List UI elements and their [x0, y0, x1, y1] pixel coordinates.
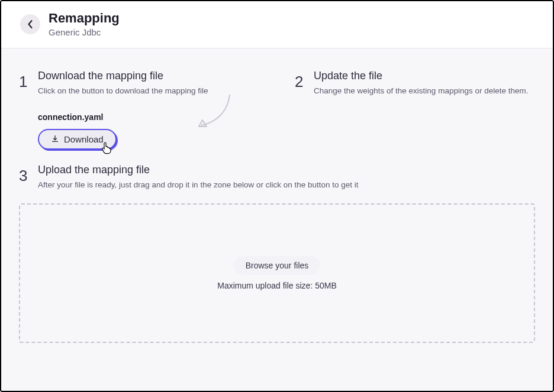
upload-dropzone[interactable]: Browse your files Maximum upload file si…: [19, 203, 535, 343]
step-number: 2: [295, 70, 304, 90]
header-titles: Remapping Generic Jdbc: [49, 11, 120, 37]
step-number: 3: [19, 164, 28, 184]
chevron-left-icon: [28, 20, 33, 28]
filename-label: connection.yaml: [38, 112, 259, 122]
browse-files-label: Browse your files: [246, 261, 309, 270]
step-body: Update the file Change the weights of th…: [314, 70, 535, 97]
steps-row: 1 Download the mapping file Click on the…: [19, 70, 535, 150]
step-number: 1: [19, 70, 28, 90]
page-subtitle: Generic Jdbc: [49, 27, 120, 37]
step-title: Upload the mapping file: [38, 164, 369, 176]
max-upload-text: Maximum upload file size: 50MB: [217, 281, 337, 290]
step-body: Upload the mapping file After your file …: [38, 164, 369, 191]
back-button[interactable]: [20, 14, 40, 34]
content-area: 1 Download the mapping file Click on the…: [1, 48, 553, 391]
download-button-wrap: Download: [38, 129, 117, 150]
page-header: Remapping Generic Jdbc: [1, 1, 553, 48]
step-title: Update the file: [314, 70, 535, 82]
step-1: 1 Download the mapping file Click on the…: [19, 70, 259, 150]
step-desc: Click on the button to download the mapp…: [38, 85, 259, 97]
step-body: Download the mapping file Click on the b…: [38, 70, 259, 150]
step-desc: Change the weights of the existing mappi…: [314, 85, 535, 97]
download-button-label: Download: [64, 134, 104, 144]
step-2: 2 Update the file Change the weights of …: [295, 70, 535, 97]
step-3: 3 Upload the mapping file After your fil…: [19, 164, 535, 191]
browse-files-button[interactable]: Browse your files: [234, 256, 321, 275]
download-icon: [51, 135, 59, 143]
step-desc: After your file is ready, just drag and …: [38, 179, 369, 191]
page-title: Remapping: [49, 11, 120, 26]
step-title: Download the mapping file: [38, 70, 259, 82]
download-button[interactable]: Download: [38, 129, 117, 150]
